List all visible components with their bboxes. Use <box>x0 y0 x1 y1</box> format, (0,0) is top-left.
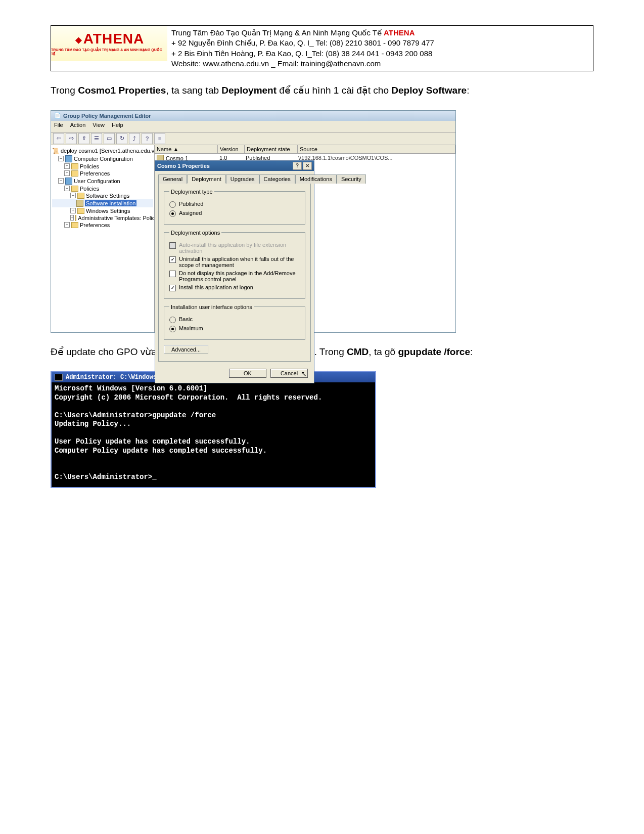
p2-b5: gpupdate /force <box>398 346 470 357</box>
properties-dialog: Cosmo 1 Properties ? ✕ General Deploymen… <box>155 160 314 383</box>
tree-swinst[interactable]: Software installation <box>85 200 136 206</box>
tab-general[interactable]: General <box>158 174 187 184</box>
advanced-button[interactable]: Advanced... <box>164 345 208 354</box>
scroll-icon: 📜 <box>52 148 59 154</box>
menu-help[interactable]: Help <box>112 122 123 131</box>
tree-compconf[interactable]: Computer Configuration <box>74 156 133 162</box>
tab-deployment[interactable]: Deployment <box>187 174 226 184</box>
header-line2: + 92 Nguyễn Đình Chiểu, P. Đa Kao, Q. I_… <box>171 38 589 48</box>
tab-modifications[interactable]: Modifications <box>295 174 337 184</box>
list-header: Name ▲ Version Deployment state Source <box>155 145 455 154</box>
deptype-legend: Deployment type <box>169 189 214 195</box>
computer-icon <box>65 155 72 162</box>
tab-upgrades[interactable]: Upgrades <box>226 174 259 184</box>
radio-published[interactable] <box>169 201 176 208</box>
ok-button[interactable]: OK <box>229 369 266 378</box>
package-icon <box>76 200 83 207</box>
chk-hide-addremove[interactable] <box>169 271 176 277</box>
collapse-icon[interactable]: − <box>58 156 64 161</box>
gpmc-list: Name ▲ Version Deployment state Source C… <box>155 145 455 332</box>
gpmc-tree[interactable]: 📜deploy cosmo1 [Server1.athena.edu.vn] P… <box>51 145 155 332</box>
p1-b1: Cosmo1 Properties <box>78 85 166 96</box>
chk-uninstall-scope[interactable]: ✓ <box>169 256 176 263</box>
row-src: \\192.168.1.1\cosmo\COSMO1\COS... <box>296 154 455 163</box>
dialog-actions: OK Cancel ↖ <box>155 365 314 383</box>
tab-security[interactable]: Security <box>337 174 366 184</box>
folder-icon <box>71 222 78 228</box>
collapse-icon[interactable]: − <box>70 193 76 198</box>
tree-root[interactable]: deploy cosmo1 [Server1.athena.edu.vn] Po… <box>61 148 155 154</box>
chk-autoinstall-label: Auto-install this application by file ex… <box>179 242 300 254</box>
back-icon[interactable]: ⇦ <box>53 133 64 144</box>
expand-icon[interactable]: + <box>70 208 76 213</box>
tree-prefs2[interactable]: Preferences <box>80 222 110 228</box>
paragraph-2: Để update cho GPO vừa tạo, ta vào Start … <box>51 345 593 360</box>
user-icon <box>65 178 72 185</box>
tree-winset[interactable]: Windows Settings <box>86 208 130 214</box>
tree-policies[interactable]: Policies <box>80 163 99 169</box>
tab-categories[interactable]: Categories <box>259 174 295 184</box>
help-icon[interactable]: ? <box>142 133 153 144</box>
chk-uninstall-scope-label: Uninstall this application when it falls… <box>179 256 300 268</box>
tree-swset[interactable]: Software Settings <box>86 193 129 199</box>
menu-view[interactable]: View <box>93 122 105 131</box>
logo-subtext: TRUNG TÂM ĐÀO TẠO QUẢN TRỊ MẠNG & AN NIN… <box>51 48 167 56</box>
collapse-icon[interactable]: − <box>64 186 70 191</box>
header-line1a: Trung Tâm Đào Tạo Quản Trị Mạng & An Nin… <box>171 28 384 37</box>
chk-install-logon[interactable]: ✓ <box>169 285 176 291</box>
tree-policies2[interactable]: Policies <box>80 186 99 192</box>
folder-icon <box>71 163 78 169</box>
col-name[interactable]: Name ▲ <box>155 145 218 153</box>
folder-icon <box>71 186 78 192</box>
cmd-icon <box>55 374 63 381</box>
header-brand: ATHENA <box>384 28 415 37</box>
export-icon[interactable]: ⤴ <box>129 133 140 144</box>
col-version[interactable]: Version <box>218 145 245 153</box>
expand-icon[interactable]: + <box>64 170 70 176</box>
letterhead: ⬥ATHENA TRUNG TÂM ĐÀO TẠO QUẢN TRỊ MẠNG … <box>51 25 593 71</box>
ui-options-group: Installation user interface options Basi… <box>164 304 305 340</box>
details-icon[interactable]: ≡ <box>154 133 165 144</box>
p2-t5: , ta gõ <box>369 346 398 357</box>
expand-icon[interactable]: + <box>70 215 74 221</box>
gpmc-toolbar: ⇦ ⇨ ⇧ ☰ ▭ ↻ ⤴ ? ≡ <box>51 133 455 145</box>
radio-basic[interactable] <box>169 317 176 323</box>
refresh-icon[interactable]: ↻ <box>116 133 127 144</box>
dialog-tabs: General Deployment Upgrades Categories M… <box>155 171 314 183</box>
folder-icon <box>71 170 78 177</box>
expand-icon[interactable]: + <box>64 163 70 169</box>
tree-userconf[interactable]: User Configuration <box>74 178 120 184</box>
folder-icon <box>77 193 84 199</box>
depopt-legend: Deployment options <box>169 230 221 236</box>
radio-maximum[interactable] <box>169 326 176 332</box>
forward-icon[interactable]: ⇨ <box>66 133 77 144</box>
radio-basic-label: Basic <box>179 316 193 322</box>
col-depstate[interactable]: Deployment state <box>245 145 298 153</box>
tab-body: Deployment type Published Assigned Deplo… <box>158 183 311 362</box>
cmd-window: Administrator: C:\Windows\system32\cmd.e… <box>51 371 376 488</box>
p1-b2: Deployment <box>221 85 277 96</box>
radio-assigned[interactable] <box>169 210 176 217</box>
collapse-icon[interactable]: − <box>58 178 64 184</box>
folder-icon <box>75 215 76 221</box>
p1-t4: : <box>467 85 469 96</box>
expand-icon[interactable]: + <box>64 222 70 228</box>
gpmc-title: Group Policy Management Editor <box>63 113 151 119</box>
tree-admt[interactable]: Administrative Templates: Policy de <box>78 215 155 221</box>
cmd-body[interactable]: Microsoft Windows [Version 6.0.6001] Cop… <box>52 382 375 487</box>
p1-t3: để cấu hình 1 cài đặt cho <box>277 85 391 96</box>
col-source[interactable]: Source <box>298 145 455 153</box>
chk-hide-addremove-label: Do not display this package in the Add/R… <box>179 270 300 282</box>
logo-text: ⬥ATHENA <box>74 31 145 47</box>
help-button[interactable]: ? <box>293 162 302 170</box>
list-icon[interactable]: ☰ <box>91 133 102 144</box>
header-text: Trung Tâm Đào Tạo Quản Trị Mạng & An Nin… <box>167 26 593 71</box>
close-button[interactable]: ✕ <box>303 162 312 170</box>
menu-action[interactable]: Action <box>70 122 86 131</box>
chk-install-logon-label: Install this application at logon <box>179 284 253 290</box>
menu-file[interactable]: File <box>54 122 63 131</box>
p1-t2: , ta sang tab <box>166 85 221 96</box>
up-icon[interactable]: ⇧ <box>78 133 89 144</box>
props-icon[interactable]: ▭ <box>104 133 115 144</box>
tree-prefs[interactable]: Preferences <box>80 170 110 177</box>
